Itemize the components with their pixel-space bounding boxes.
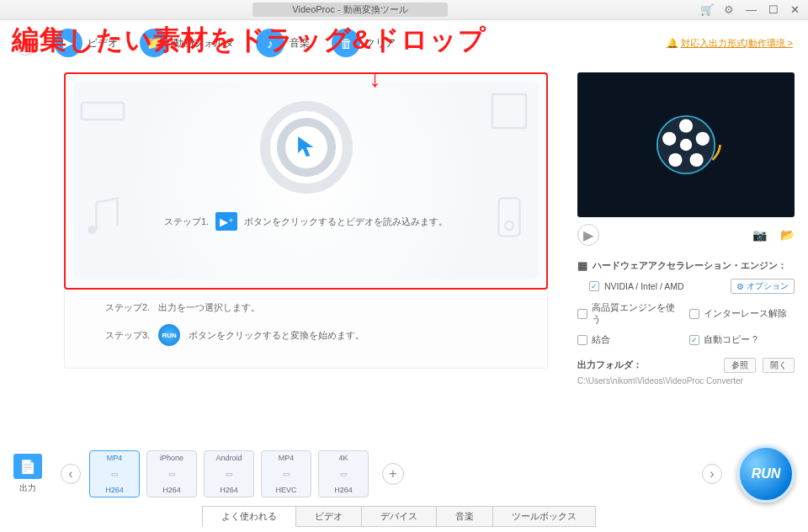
dropzone-circle (260, 101, 353, 194)
clear-label: クリア (365, 36, 396, 51)
preset-prev-button[interactable]: ‹ (61, 464, 81, 484)
step2-text: 出力を一つ選択します。 (158, 301, 260, 314)
dropzone[interactable]: ステップ1. ▶⁺ ボタンをクリックするとビデオを読み込みます。 (64, 72, 548, 290)
format-icon: ▭ (103, 465, 126, 483)
add-music-button[interactable]: ♪ 音楽 (256, 29, 310, 57)
gear-icon: ⚙ (736, 282, 744, 291)
deinterlace-checkbox[interactable]: インターレース解除 (689, 302, 795, 326)
svg-rect-0 (82, 103, 124, 120)
autocopy-label: 自動コピー ? (704, 334, 758, 346)
titlebar: VideoProc - 動画変換ツール 🛒 ⚙ — ☐ ✕ (0, 0, 808, 20)
preset-strip: 📄 出力 ‹ MP4▭H264iPhone▭H264Android▭H264MP… (0, 437, 808, 506)
clear-icon: 🗑 (332, 29, 360, 57)
add-video-label: ビデオ (88, 36, 118, 51)
merge-label: 結合 (592, 334, 610, 346)
output-text: 出力 (19, 482, 36, 494)
add-music-label: 音楽 (290, 36, 310, 51)
preset-bottom: H264 (334, 486, 353, 494)
preset-top: MP4 (107, 454, 123, 462)
format-icon: ▭ (332, 465, 355, 483)
window-title: VideoProc - 動画変換ツール (252, 3, 448, 17)
tab-2[interactable]: デバイス (361, 506, 437, 527)
tab-4[interactable]: ツールボックス (492, 506, 596, 527)
step1-label: ステップ1. (164, 215, 209, 228)
hw-options-label: オプション (747, 280, 789, 292)
ruler-icon (77, 86, 128, 140)
merge-checkbox[interactable]: 結合 (577, 334, 683, 346)
svg-point-7 (679, 119, 693, 132)
step1-text: ボタンをクリックするとビデオを読み込みます。 (244, 215, 448, 228)
run-mini-icon: RUN (158, 324, 180, 346)
gpu-checkbox[interactable]: ✓ (589, 281, 599, 291)
settings-gear-icon[interactable]: ⚙ (724, 3, 734, 16)
run-button[interactable]: RUN (737, 445, 795, 503)
folder-icon: 📁 (140, 29, 168, 57)
output-icon: 📄 (13, 454, 42, 479)
step1-row: ステップ1. ▶⁺ ボタンをクリックするとビデオを読み込みます。 (164, 212, 448, 231)
tab-1[interactable]: ビデオ (295, 506, 362, 527)
preset-top: Android (215, 454, 242, 462)
tab-3[interactable]: 音楽 (436, 506, 493, 527)
cart-icon[interactable]: 🛒 (700, 3, 714, 16)
preset-next-button[interactable]: › (702, 464, 722, 484)
format-icon: ▭ (274, 465, 298, 483)
music-note-icon (77, 192, 128, 246)
add-preset-button[interactable]: + (382, 463, 404, 485)
svg-rect-1 (492, 94, 526, 128)
preset-4k-h264[interactable]: 4K▭H264 (318, 450, 369, 497)
svg-point-4 (505, 221, 513, 230)
play-button[interactable]: ▶ (577, 224, 599, 246)
svg-point-2 (88, 226, 97, 234)
svg-point-11 (662, 132, 676, 146)
bell-icon: 🔔 (667, 38, 678, 48)
clear-button[interactable]: 🗑 クリア (332, 29, 396, 57)
right-pane: ▶ 📷 📂 ▦ ハードウェアアクセラレーション・エンジン： ✓ NVIDIA /… (577, 72, 795, 386)
add-video-button[interactable]: ▶ ビデオ (54, 29, 118, 57)
preset-mp4-h264[interactable]: MP4▭H264 (89, 450, 140, 497)
svg-point-10 (668, 153, 682, 167)
browse-button[interactable]: 参照 (724, 358, 756, 373)
maximize-button[interactable]: ☐ (768, 3, 779, 16)
close-button[interactable]: ✕ (790, 3, 800, 16)
output-folder-label: 出力フォルダ： (577, 359, 717, 371)
formats-link[interactable]: 🔔対応入出力形式|動作環境 > (667, 37, 793, 50)
video-icon: ▶ (54, 29, 82, 57)
format-icon: ▭ (217, 465, 241, 483)
step3-row: ステップ3. RUN ボタンをクリックすると変換を始めます。 (105, 324, 507, 346)
minimize-button[interactable]: — (746, 3, 757, 16)
svg-point-6 (680, 139, 692, 151)
autocopy-checkbox[interactable]: ✓自動コピー ? (689, 334, 795, 346)
preset-bottom: H264 (220, 486, 238, 494)
step2-label: ステップ2. (105, 301, 150, 314)
step3-text: ボタンをクリックすると変換を始めます。 (189, 329, 364, 342)
music-icon: ♪ (256, 29, 284, 57)
hw-options-button[interactable]: ⚙オプション (731, 279, 795, 294)
tab-0[interactable]: よく使われる (202, 506, 296, 527)
output-section-label: 📄 出力 (13, 454, 42, 494)
hq-engine-checkbox[interactable]: 高品質エンジンを使う (577, 302, 683, 326)
open-folder-icon[interactable]: 📂 (780, 228, 795, 242)
output-path: C:\Users\nikom\Videos\VideoProc Converte… (577, 376, 795, 386)
open-button[interactable]: 開く (763, 358, 795, 373)
preset-iphone-h264[interactable]: iPhone▭H264 (146, 450, 197, 497)
back-button[interactable]: ‹ (13, 30, 39, 56)
formats-link-text: 対応入出力形式|動作環境 > (681, 38, 793, 48)
toolbar: ‹ ▶ ビデオ 📁 動画フォルダ ♪ 音楽 🗑 クリア 🔔対応入出力形式|動作環… (0, 20, 808, 66)
hq-label: 高品質エンジンを使う (592, 302, 683, 326)
snapshot-icon[interactable]: 📷 (752, 228, 767, 242)
preset-bottom: HEVC (275, 486, 296, 494)
preset-top: iPhone (160, 454, 183, 462)
preset-mp4-hevc[interactable]: MP4▭HEVC (261, 450, 311, 497)
chip-icon: ▦ (577, 259, 587, 272)
preset-bottom: H264 (105, 486, 124, 494)
add-video-mini-icon[interactable]: ▶⁺ (215, 212, 237, 231)
add-folder-button[interactable]: 📁 動画フォルダ (140, 29, 234, 57)
category-tabs: よく使われるビデオデバイス音楽ツールボックス (0, 506, 808, 532)
preview-controls: ▶ 📷 📂 (577, 224, 795, 246)
steps-panel: ステップ2. 出力を一つ選択します。 ステップ3. RUN ボタンをクリックする… (64, 290, 548, 369)
add-folder-label: 動画フォルダ (173, 36, 234, 51)
preview-window (577, 72, 795, 217)
reel-logo-icon (648, 107, 724, 183)
preset-android-h264[interactable]: Android▭H264 (204, 450, 254, 497)
bottom-bar: 📄 出力 ‹ MP4▭H264iPhone▭H264Android▭H264MP… (0, 437, 808, 532)
